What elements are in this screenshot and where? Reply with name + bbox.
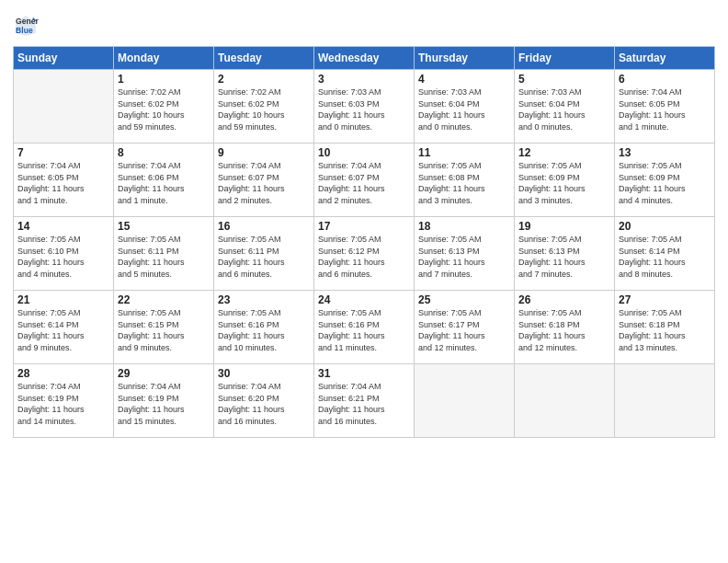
cell-info: Sunrise: 7:05 AMSunset: 6:15 PMDaylight:… xyxy=(118,307,210,353)
calendar-cell: 2Sunrise: 7:02 AMSunset: 6:02 PMDaylight… xyxy=(214,70,314,144)
calendar-cell: 15Sunrise: 7:05 AMSunset: 6:11 PMDayligh… xyxy=(114,217,214,291)
calendar-cell: 6Sunrise: 7:04 AMSunset: 6:05 PMDaylight… xyxy=(615,70,715,144)
cell-info: Sunrise: 7:05 AMSunset: 6:18 PMDaylight:… xyxy=(518,307,610,353)
calendar-cell: 17Sunrise: 7:05 AMSunset: 6:12 PMDayligh… xyxy=(314,217,415,291)
day-number: 10 xyxy=(318,146,410,159)
week-row-3: 14Sunrise: 7:05 AMSunset: 6:10 PMDayligh… xyxy=(14,217,715,291)
logo: General Blue xyxy=(13,9,41,39)
cell-info: Sunrise: 7:03 AMSunset: 6:04 PMDaylight:… xyxy=(418,86,510,132)
cell-info: Sunrise: 7:05 AMSunset: 6:18 PMDaylight:… xyxy=(619,307,711,353)
calendar-cell: 18Sunrise: 7:05 AMSunset: 6:13 PMDayligh… xyxy=(415,217,515,291)
cell-info: Sunrise: 7:02 AMSunset: 6:02 PMDaylight:… xyxy=(118,86,210,132)
day-number: 5 xyxy=(518,73,610,86)
calendar-cell: 21Sunrise: 7:05 AMSunset: 6:14 PMDayligh… xyxy=(14,291,114,364)
weekday-header-saturday: Saturday xyxy=(615,47,715,70)
calendar-cell: 11Sunrise: 7:05 AMSunset: 6:08 PMDayligh… xyxy=(415,144,515,217)
day-number: 12 xyxy=(518,146,610,159)
cell-info: Sunrise: 7:03 AMSunset: 6:04 PMDaylight:… xyxy=(518,86,610,132)
day-number: 22 xyxy=(118,293,210,306)
week-row-4: 21Sunrise: 7:05 AMSunset: 6:14 PMDayligh… xyxy=(14,291,715,364)
calendar-cell: 25Sunrise: 7:05 AMSunset: 6:17 PMDayligh… xyxy=(415,291,515,364)
calendar-cell: 14Sunrise: 7:05 AMSunset: 6:10 PMDayligh… xyxy=(14,217,114,291)
svg-text:General: General xyxy=(16,17,39,26)
week-row-1: 1Sunrise: 7:02 AMSunset: 6:02 PMDaylight… xyxy=(14,70,715,144)
cell-info: Sunrise: 7:05 AMSunset: 6:09 PMDaylight:… xyxy=(619,160,711,206)
calendar-cell: 28Sunrise: 7:04 AMSunset: 6:19 PMDayligh… xyxy=(14,364,114,438)
week-row-5: 28Sunrise: 7:04 AMSunset: 6:19 PMDayligh… xyxy=(14,364,715,438)
calendar-cell xyxy=(515,364,615,438)
calendar-table: SundayMondayTuesdayWednesdayThursdayFrid… xyxy=(13,46,715,438)
day-number: 29 xyxy=(118,367,210,380)
day-number: 31 xyxy=(318,367,410,380)
weekday-header-sunday: Sunday xyxy=(14,47,114,70)
cell-info: Sunrise: 7:04 AMSunset: 6:05 PMDaylight:… xyxy=(619,86,711,132)
svg-text:Blue: Blue xyxy=(16,26,33,35)
calendar-cell: 8Sunrise: 7:04 AMSunset: 6:06 PMDaylight… xyxy=(114,144,214,217)
calendar-cell: 5Sunrise: 7:03 AMSunset: 6:04 PMDaylight… xyxy=(515,70,615,144)
header: General Blue xyxy=(13,9,715,39)
cell-info: Sunrise: 7:03 AMSunset: 6:03 PMDaylight:… xyxy=(318,86,410,132)
weekday-header-tuesday: Tuesday xyxy=(214,47,314,70)
week-row-2: 7Sunrise: 7:04 AMSunset: 6:05 PMDaylight… xyxy=(14,144,715,217)
cell-info: Sunrise: 7:05 AMSunset: 6:12 PMDaylight:… xyxy=(318,234,410,280)
cell-info: Sunrise: 7:02 AMSunset: 6:02 PMDaylight:… xyxy=(218,86,310,132)
calendar-cell: 10Sunrise: 7:04 AMSunset: 6:07 PMDayligh… xyxy=(314,144,415,217)
day-number: 15 xyxy=(118,220,210,233)
day-number: 11 xyxy=(418,146,510,159)
calendar-cell: 24Sunrise: 7:05 AMSunset: 6:16 PMDayligh… xyxy=(314,291,415,364)
calendar-cell: 31Sunrise: 7:04 AMSunset: 6:21 PMDayligh… xyxy=(314,364,415,438)
calendar-cell: 26Sunrise: 7:05 AMSunset: 6:18 PMDayligh… xyxy=(515,291,615,364)
day-number: 23 xyxy=(218,293,310,306)
day-number: 13 xyxy=(619,146,711,159)
cell-info: Sunrise: 7:05 AMSunset: 6:09 PMDaylight:… xyxy=(518,160,610,206)
calendar-cell: 20Sunrise: 7:05 AMSunset: 6:14 PMDayligh… xyxy=(615,217,715,291)
day-number: 8 xyxy=(118,146,210,159)
day-number: 19 xyxy=(518,220,610,233)
day-number: 7 xyxy=(17,146,109,159)
day-number: 17 xyxy=(318,220,410,233)
day-number: 30 xyxy=(218,367,310,380)
calendar-cell: 7Sunrise: 7:04 AMSunset: 6:05 PMDaylight… xyxy=(14,144,114,217)
calendar-cell xyxy=(615,364,715,438)
cell-info: Sunrise: 7:04 AMSunset: 6:19 PMDaylight:… xyxy=(118,381,210,427)
day-number: 26 xyxy=(518,293,610,306)
day-number: 21 xyxy=(17,293,109,306)
calendar-cell: 9Sunrise: 7:04 AMSunset: 6:07 PMDaylight… xyxy=(214,144,314,217)
cell-info: Sunrise: 7:05 AMSunset: 6:14 PMDaylight:… xyxy=(17,307,109,353)
calendar-cell: 16Sunrise: 7:05 AMSunset: 6:11 PMDayligh… xyxy=(214,217,314,291)
day-number: 3 xyxy=(318,73,410,86)
day-number: 6 xyxy=(619,73,711,86)
calendar-cell: 4Sunrise: 7:03 AMSunset: 6:04 PMDaylight… xyxy=(415,70,515,144)
weekday-header-wednesday: Wednesday xyxy=(314,47,415,70)
day-number: 14 xyxy=(17,220,109,233)
cell-info: Sunrise: 7:04 AMSunset: 6:07 PMDaylight:… xyxy=(218,160,310,206)
weekday-header-row: SundayMondayTuesdayWednesdayThursdayFrid… xyxy=(14,47,715,70)
calendar-cell: 19Sunrise: 7:05 AMSunset: 6:13 PMDayligh… xyxy=(515,217,615,291)
cell-info: Sunrise: 7:05 AMSunset: 6:10 PMDaylight:… xyxy=(17,234,109,280)
cell-info: Sunrise: 7:05 AMSunset: 6:11 PMDaylight:… xyxy=(218,234,310,280)
calendar-cell xyxy=(14,70,114,144)
day-number: 16 xyxy=(218,220,310,233)
logo-icon: General Blue xyxy=(13,13,39,39)
day-number: 28 xyxy=(17,367,109,380)
weekday-header-monday: Monday xyxy=(114,47,214,70)
calendar-cell: 30Sunrise: 7:04 AMSunset: 6:20 PMDayligh… xyxy=(214,364,314,438)
cell-info: Sunrise: 7:05 AMSunset: 6:14 PMDaylight:… xyxy=(619,234,711,280)
cell-info: Sunrise: 7:04 AMSunset: 6:07 PMDaylight:… xyxy=(318,160,410,206)
day-number: 27 xyxy=(619,293,711,306)
cell-info: Sunrise: 7:04 AMSunset: 6:20 PMDaylight:… xyxy=(218,381,310,427)
cell-info: Sunrise: 7:05 AMSunset: 6:17 PMDaylight:… xyxy=(418,307,510,353)
calendar-cell: 1Sunrise: 7:02 AMSunset: 6:02 PMDaylight… xyxy=(114,70,214,144)
calendar-cell: 12Sunrise: 7:05 AMSunset: 6:09 PMDayligh… xyxy=(515,144,615,217)
weekday-header-friday: Friday xyxy=(515,47,615,70)
day-number: 20 xyxy=(619,220,711,233)
day-number: 9 xyxy=(218,146,310,159)
weekday-header-thursday: Thursday xyxy=(415,47,515,70)
calendar-cell: 22Sunrise: 7:05 AMSunset: 6:15 PMDayligh… xyxy=(114,291,214,364)
calendar-cell: 27Sunrise: 7:05 AMSunset: 6:18 PMDayligh… xyxy=(615,291,715,364)
cell-info: Sunrise: 7:04 AMSunset: 6:05 PMDaylight:… xyxy=(17,160,109,206)
calendar-cell: 3Sunrise: 7:03 AMSunset: 6:03 PMDaylight… xyxy=(314,70,415,144)
day-number: 2 xyxy=(218,73,310,86)
cell-info: Sunrise: 7:04 AMSunset: 6:19 PMDaylight:… xyxy=(17,381,109,427)
cell-info: Sunrise: 7:05 AMSunset: 6:11 PMDaylight:… xyxy=(118,234,210,280)
